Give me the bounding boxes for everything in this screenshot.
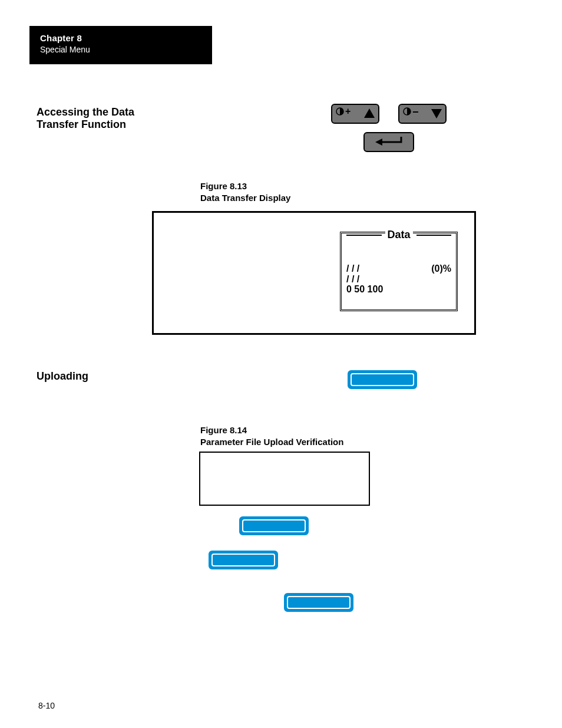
figure-813-number: Figure 8.13 (200, 181, 247, 191)
upload-verify-box (199, 452, 370, 506)
lcd-title: Data (385, 229, 413, 241)
svg-marker-1 (364, 108, 375, 118)
figure-814-caption: Figure 8.14 Parameter File Upload Verifi… (200, 424, 343, 447)
blue-key-mid-1 (239, 516, 309, 535)
key-row-top: + − (330, 104, 448, 124)
lcd-row1-left: / / / (346, 263, 359, 274)
down-arrow-icon (431, 109, 442, 118)
blue-key-mid-2 (209, 551, 278, 569)
up-arrow-icon (364, 108, 375, 118)
lcd-row-3: 0 50 100 (346, 284, 451, 295)
lcd-row1-right: (0)% (431, 263, 451, 274)
lcd-title-bar: Data (346, 229, 451, 241)
chapter-title: Special Menu (40, 45, 201, 54)
blue-key-top (348, 370, 417, 389)
plus-label: + (345, 106, 351, 117)
lcd-rule-left (346, 235, 382, 236)
section-heading-uploading: Uploading (37, 370, 88, 383)
blue-key-low (284, 593, 353, 612)
page-number: 8-10 (38, 701, 55, 710)
data-transfer-display: Data / / / (0)% / / / 0 50 100 (152, 211, 476, 335)
lcd-row-2: / / / (346, 274, 451, 285)
lcd-body: / / / (0)% / / / 0 50 100 (346, 263, 451, 295)
enter-arrow-icon (375, 137, 402, 147)
key-illustration-group: + − (330, 104, 448, 152)
minus-label: − (412, 106, 419, 118)
chapter-number: Chapter 8 (40, 33, 201, 43)
figure-813-caption: Figure 8.13 Data Transfer Display (200, 180, 290, 203)
svg-marker-3 (431, 109, 442, 118)
chapter-header: Chapter 8 Special Menu (29, 26, 212, 64)
lcd-rule-right (416, 235, 452, 236)
contrast-icon (403, 107, 411, 116)
contrast-up-key: + (331, 104, 379, 124)
enter-key (363, 132, 414, 152)
figure-814-title: Parameter File Upload Verification (200, 437, 343, 447)
section-heading-access: Accessing the Data Transfer Function (37, 106, 172, 130)
figure-814-number: Figure 8.14 (200, 425, 247, 435)
svg-marker-4 (375, 139, 382, 146)
figure-813-title: Data Transfer Display (200, 193, 290, 203)
contrast-icon (336, 107, 344, 116)
page: Chapter 8 Special Menu Accessing the Dat… (0, 0, 562, 728)
lcd-panel: Data / / / (0)% / / / 0 50 100 (340, 232, 458, 311)
lcd-row-1: / / / (0)% (346, 263, 451, 274)
contrast-down-key: − (398, 104, 447, 124)
